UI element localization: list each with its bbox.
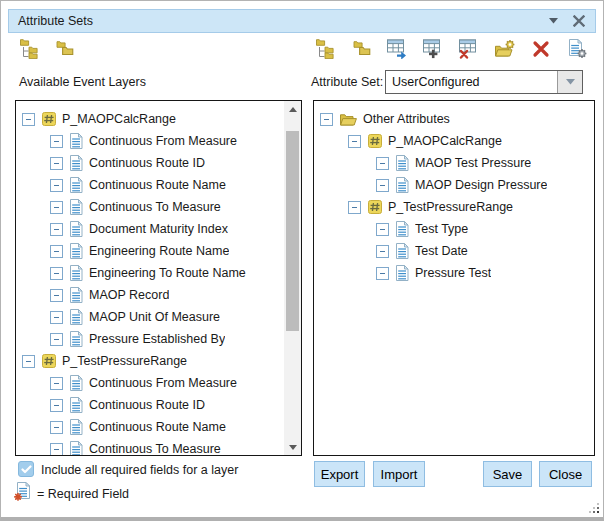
tree-item[interactable]: Test Date	[314, 240, 594, 262]
field-doc-icon	[70, 221, 83, 237]
attribute-set-tree-panel: Other AttributesP_MAOPCalcRangeMAOP Test…	[313, 100, 595, 456]
titlebar-controls	[545, 13, 587, 29]
include-required-fields-checkbox[interactable]	[18, 461, 34, 477]
toolbar-right	[313, 37, 588, 60]
collapse-toggle[interactable]	[376, 157, 389, 170]
resize-grip[interactable]	[588, 500, 600, 512]
field-doc-icon	[70, 375, 83, 391]
collapse-toggle[interactable]	[348, 135, 361, 148]
tree-item[interactable]: Continuous Route Name	[16, 174, 284, 196]
scroll-up-icon[interactable]	[284, 101, 301, 117]
collapse-toggle[interactable]	[376, 179, 389, 192]
collapse-toggle[interactable]	[50, 421, 63, 434]
tree-item-label: Continuous Route ID	[89, 156, 205, 170]
collapse-toggle[interactable]	[320, 113, 333, 126]
tree-item[interactable]: P_TestPressureRange	[314, 196, 594, 218]
tree-item[interactable]: Continuous To Measure	[16, 438, 284, 456]
collapse-toggle[interactable]	[50, 333, 63, 346]
collapse-toggle[interactable]	[376, 245, 389, 258]
folders-icon	[351, 40, 371, 57]
tree-item[interactable]: MAOP Design Pressure	[314, 174, 594, 196]
tree-item[interactable]: MAOP Test Pressure	[314, 152, 594, 174]
field-doc-icon	[70, 243, 83, 259]
toolbar-table-add-button[interactable]	[421, 37, 444, 60]
toolbar-layer-tree-button[interactable]	[17, 37, 40, 60]
dropdown-button[interactable]	[557, 71, 582, 93]
tree-item[interactable]: Pressure Established By	[16, 328, 284, 350]
vertical-scrollbar[interactable]	[284, 101, 301, 455]
tree-item[interactable]: Continuous From Measure	[16, 130, 284, 152]
event-layer-icon	[368, 200, 382, 214]
toolbar-folder-gear-button[interactable]	[493, 37, 516, 60]
tree-item-label: MAOP Test Pressure	[415, 156, 531, 170]
tree-item[interactable]: MAOP Unit Of Measure	[16, 306, 284, 328]
chevron-down-icon	[566, 79, 575, 85]
required-field-legend-label: = Required Field	[37, 487, 129, 501]
toolbar-folders-button[interactable]	[349, 37, 372, 60]
collapse-toggle[interactable]	[50, 245, 63, 258]
collapse-toggle[interactable]	[50, 443, 63, 456]
tree-item[interactable]: Document Maturity Index	[16, 218, 284, 240]
toolbar-table-remove-button[interactable]	[457, 37, 480, 60]
tree-item[interactable]: P_MAOPCalcRange	[314, 130, 594, 152]
save-button[interactable]: Save	[483, 461, 532, 487]
collapse-toggle[interactable]	[50, 223, 63, 236]
field-doc-icon	[70, 287, 83, 303]
collapse-toggle[interactable]	[50, 289, 63, 302]
document-gear-icon	[567, 39, 587, 59]
attribute-set-dropdown[interactable]: UserConfigured	[385, 70, 583, 94]
tree-item[interactable]: Engineering To Route Name	[16, 262, 284, 284]
toolbar-layer-tree-button[interactable]	[313, 37, 336, 60]
collapse-toggle[interactable]	[348, 201, 361, 214]
tree-item[interactable]: P_TestPressureRange	[16, 350, 284, 372]
include-required-fields-label: Include all required fields for a layer	[41, 463, 238, 477]
scrollbar-thumb[interactable]	[286, 131, 299, 331]
table-remove-icon	[458, 38, 479, 59]
attribute-set-label: Attribute Set:	[311, 75, 383, 89]
tree-item-label: Pressure Test	[415, 266, 491, 280]
delete-x-icon	[532, 40, 550, 58]
tree-item-label: Continuous Route Name	[89, 178, 226, 192]
toolbar-delete-x-button[interactable]	[529, 37, 552, 60]
collapse-toggle[interactable]	[376, 223, 389, 236]
tree-item[interactable]: Continuous To Measure	[16, 196, 284, 218]
field-doc-icon	[70, 133, 83, 149]
check-icon	[21, 465, 32, 474]
collapse-toggle[interactable]	[50, 311, 63, 324]
collapse-toggle[interactable]	[50, 157, 63, 170]
import-button[interactable]: Import	[373, 461, 425, 487]
toolbar-document-gear-button[interactable]	[565, 37, 588, 60]
collapse-toggle[interactable]	[50, 377, 63, 390]
tree-item[interactable]: Other Attributes	[314, 108, 594, 130]
tree-item[interactable]: Continuous Route Name	[16, 416, 284, 438]
collapse-toggle[interactable]	[22, 113, 35, 126]
titlebar[interactable]: Attribute Sets	[8, 9, 596, 33]
close-icon[interactable]	[571, 13, 587, 29]
close-button[interactable]: Close	[539, 461, 592, 487]
tree-item[interactable]: Continuous From Measure	[16, 372, 284, 394]
export-button[interactable]: Export	[314, 461, 365, 487]
tree-item[interactable]: Continuous Route ID	[16, 394, 284, 416]
collapse-toggle[interactable]	[50, 201, 63, 214]
collapse-toggle[interactable]	[50, 399, 63, 412]
collapse-toggle[interactable]	[50, 179, 63, 192]
collapse-toggle[interactable]	[22, 355, 35, 368]
scroll-down-icon[interactable]	[284, 439, 301, 455]
event-layer-icon	[42, 354, 56, 368]
collapse-toggle[interactable]	[376, 267, 389, 280]
toolbar-folders-button[interactable]	[52, 37, 75, 60]
chevron-down-icon[interactable]	[545, 13, 561, 29]
collapse-toggle[interactable]	[50, 267, 63, 280]
collapse-toggle[interactable]	[50, 135, 63, 148]
tree-item[interactable]: Pressure Test	[314, 262, 594, 284]
toolbar-table-export-button[interactable]	[385, 37, 408, 60]
tree-item[interactable]: P_MAOPCalcRange	[16, 108, 284, 130]
tree-item-label: Engineering Route Name	[89, 244, 229, 258]
tree-item-label: Other Attributes	[363, 112, 450, 126]
field-doc-icon	[396, 243, 409, 259]
tree-item[interactable]: MAOP Record	[16, 284, 284, 306]
tree-item[interactable]: Test Type	[314, 218, 594, 240]
field-doc-icon	[70, 155, 83, 171]
tree-item[interactable]: Engineering Route Name	[16, 240, 284, 262]
tree-item[interactable]: Continuous Route ID	[16, 152, 284, 174]
